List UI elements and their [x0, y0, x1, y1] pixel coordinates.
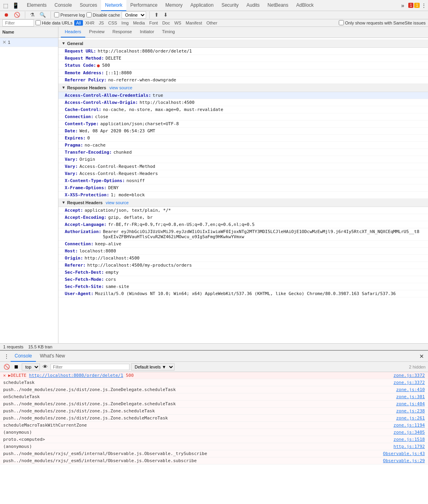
connection-row: Connection: close — [58, 113, 428, 120]
clear-button[interactable]: 🚫 — [12, 11, 22, 19]
filter-ws[interactable]: WS — [172, 20, 183, 26]
tab-preview[interactable]: Preview — [85, 27, 109, 38]
filter-input[interactable] — [2, 19, 34, 26]
preserve-log-checkbox[interactable]: Preserve log — [54, 12, 85, 17]
filter-font[interactable]: Font — [147, 20, 160, 26]
tab-console[interactable]: Console — [51, 0, 76, 11]
device-icon[interactable]: 📱 — [11, 2, 21, 9]
observable-try-subscribe-text: push../node_modules/rxjs/_esm5/internal/… — [3, 451, 383, 456]
observable-subscribe-msg: push../node_modules/rxjs/_esm5/internal/… — [0, 457, 428, 465]
search-icon[interactable]: 🔍 — [38, 11, 47, 19]
response-headers-section[interactable]: ▼ Response Headers view source — [58, 84, 428, 92]
tab-console-bottom[interactable]: Console — [11, 351, 36, 362]
context-select[interactable]: top — [22, 363, 40, 370]
tab-initiator[interactable]: Initiator — [136, 27, 158, 38]
proto-computed-msg: proto.<computed> zone.js:1518 — [0, 436, 428, 443]
zone-link-3[interactable]: zone.js:410 — [396, 387, 425, 392]
tab-audits[interactable]: Audits — [242, 0, 263, 11]
clear-console-button[interactable]: 🚫 — [2, 363, 11, 370]
zone-link-9[interactable]: zone.js:3405 — [394, 430, 425, 435]
tab-elements[interactable]: Elements — [23, 0, 51, 11]
zone-link-1[interactable]: zone.js:3372 — [394, 373, 425, 378]
error-status: 500 — [123, 373, 134, 378]
toolbar-separator-3 — [149, 11, 150, 19]
observable-link-1[interactable]: Observable.js:43 — [383, 451, 425, 456]
name-column-header: Name — [2, 30, 14, 34]
accept-language-val: fr-BE,fr-FR;q=0.9,fr;q=0.8,en-US;q=0.7,e… — [108, 222, 255, 227]
req-view-source-link[interactable]: view source — [106, 200, 129, 205]
zone-link-6[interactable]: zone.js:238 — [396, 408, 425, 414]
tab-whats-new[interactable]: What's New — [36, 351, 69, 362]
zone-macro-task-text: push../node_modules/zone.js/dist/zone.js… — [3, 416, 396, 421]
zone-link-10[interactable]: zone.js:1518 — [394, 437, 425, 442]
tab-security[interactable]: Security — [218, 0, 242, 11]
request-headers-section[interactable]: ▼ Request Headers view source — [58, 199, 428, 207]
transfer-encoding-row: Transfer-Encoding: chunked — [58, 149, 428, 156]
tab-memory[interactable]: Memory — [161, 0, 186, 11]
observable-link-2[interactable]: Observable.js:29 — [383, 458, 425, 463]
tab-headers[interactable]: Headers — [61, 27, 85, 38]
accept-key: Accept: — [65, 208, 83, 213]
filter-manifest[interactable]: Manifest — [184, 20, 204, 26]
close-console-icon[interactable]: ✕ — [418, 353, 426, 359]
zone-link-7[interactable]: zone.js:261 — [396, 416, 425, 421]
tab-timing[interactable]: Timing — [158, 27, 179, 38]
more-tabs-icon[interactable]: » — [399, 2, 407, 9]
headers-content: ▼ General Request URL: http://localhost:… — [58, 38, 428, 344]
filter-img[interactable]: Img — [120, 20, 131, 26]
zone-link-8[interactable]: zone.js:1194 — [394, 423, 425, 428]
console-tab-bar: ⋮ Console What's New ✕ — [0, 351, 428, 362]
tab-application[interactable]: Application — [186, 0, 218, 11]
filter-all[interactable]: All — [74, 20, 83, 26]
import-icon[interactable]: ⬆ — [153, 11, 160, 19]
general-section-header[interactable]: ▼ General — [58, 39, 428, 48]
referer-val: http://localhost:4500/my-products/orders — [87, 263, 192, 268]
accept-row: Accept: application/json, text/plain, */… — [58, 207, 428, 214]
console-menu-icon[interactable]: ⋮ — [2, 353, 11, 359]
record-button[interactable]: ⏺ — [2, 11, 11, 19]
zone-schedule-task-text: push../node_modules/zone.js/dist/zone.js… — [3, 408, 396, 414]
pragma-val: no-cache — [84, 143, 105, 148]
referrer-policy-row: Referrer Policy: no-referrer-when-downgr… — [58, 77, 428, 84]
filter-doc[interactable]: Doc — [160, 20, 172, 26]
hide-data-urls-checkbox[interactable]: Hide data URLs — [36, 20, 73, 25]
settings-icon[interactable]: ⋮ — [421, 2, 426, 8]
request-item[interactable]: ✕ 1 — [0, 38, 58, 47]
filter-media[interactable]: Media — [131, 20, 147, 26]
top-section: ⏺ 🚫 ⚗ 🔍 Preserve log Disable cache Onlin… — [0, 11, 428, 350]
disable-cache-checkbox[interactable]: Disable cache — [86, 12, 120, 17]
console-messages: ✕ ▶DELETE http://localhost:8080/order/de… — [0, 372, 428, 465]
schedule-task-text: scheduleTask — [3, 380, 394, 385]
inspect-icon[interactable]: ⬚ — [2, 2, 10, 9]
filter-js[interactable]: JS — [97, 20, 106, 26]
tab-response[interactable]: Response — [109, 27, 136, 38]
filter-icon[interactable]: ⚗ — [28, 11, 36, 19]
close-icon[interactable]: ✕ — [2, 39, 6, 45]
console-error-text: ▶DELETE http://localhost:8080/order/dele… — [8, 373, 394, 378]
filter-xhr[interactable]: XHR — [83, 20, 96, 26]
vary-origin-val: Origin — [79, 157, 95, 162]
tab-netbeans[interactable]: NetBeans — [264, 0, 293, 11]
tab-network[interactable]: Network — [101, 0, 126, 11]
filter-css[interactable]: CSS — [106, 20, 119, 26]
export-icon[interactable]: ⬇ — [162, 11, 169, 19]
same-site-checkbox[interactable]: Only show requests with SameSite issues — [339, 20, 426, 25]
console-filter-input[interactable] — [51, 364, 130, 370]
error-url-link[interactable]: http://localhost:8080/order/delete/1 — [29, 373, 123, 378]
levels-select[interactable]: Default levels ▼ — [131, 363, 175, 370]
zone-link-2[interactable]: zone.js:3372 — [394, 380, 425, 385]
console-stop-icon[interactable]: ⏹ — [13, 363, 20, 370]
tab-sources[interactable]: Sources — [76, 0, 101, 11]
throttle-select[interactable]: Online — [122, 11, 146, 19]
eye-icon[interactable]: 👁 — [41, 363, 49, 370]
remote-address-key: Remote Address: — [65, 70, 104, 75]
filter-other[interactable]: Other — [205, 20, 220, 26]
http-link[interactable]: http.js:1792 — [394, 444, 425, 449]
zone-link-4[interactable]: zone.js:301 — [396, 394, 425, 399]
tab-performance[interactable]: Performance — [126, 0, 161, 11]
zone-link-5[interactable]: zone.js:404 — [396, 401, 425, 406]
transfer-encoding-key: Transfer-Encoding: — [65, 150, 112, 155]
user-agent-row: User-Agent: Mozilla/5.0 (Windows NT 10.0… — [58, 290, 428, 297]
view-source-link[interactable]: view source — [109, 85, 132, 90]
tab-adblock[interactable]: AdBlock — [292, 0, 317, 11]
